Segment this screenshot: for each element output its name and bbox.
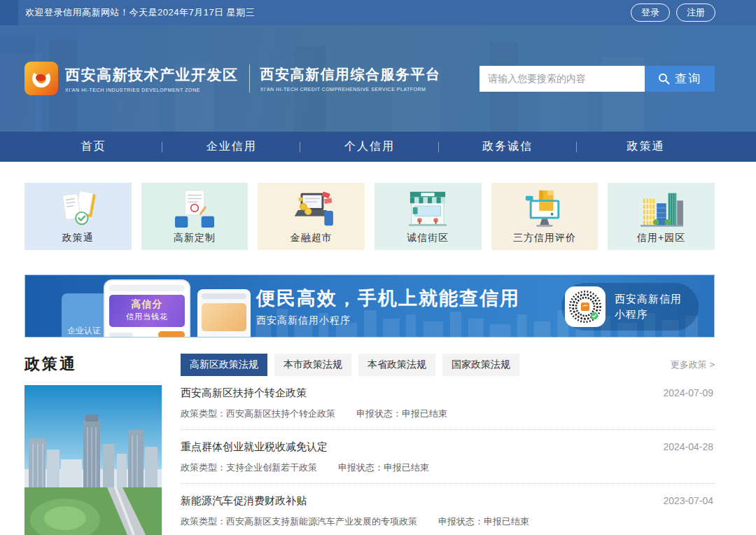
- policy-item[interactable]: 重点群体创业就业税收减免认定 2024-04-28 政策类型：支持企业创新若干政…: [181, 430, 715, 484]
- nav-item-policy[interactable]: 政策通: [577, 132, 715, 162]
- signing-icon: [170, 189, 219, 230]
- policy-status-value: 申报已结束: [484, 516, 529, 527]
- search-button[interactable]: 查询: [645, 66, 715, 92]
- policy-item-meta: 政策类型：支持企业创新若干政策申报状态：申报已结束: [181, 461, 713, 474]
- qr-label-line2: 小程序: [615, 307, 682, 322]
- banner-subtitle: 西安高新信用小程序: [256, 314, 520, 327]
- phone-mockup-right: [197, 289, 251, 338]
- quick-tiles: 政策通 高新定制: [0, 162, 756, 250]
- tab-national-policies[interactable]: 国家政策法规: [442, 354, 519, 376]
- policy-item-title[interactable]: 西安高新区扶持个转企政策: [181, 387, 307, 400]
- policy-item-date: 2023-07-04: [663, 495, 713, 506]
- policy-item-meta: 政策类型：西安高新区支持新能源汽车产业发展的专项政策申报状态：申报已结束: [181, 515, 713, 528]
- policy-type-value: 西安高新区扶持个转企政策: [226, 408, 335, 419]
- phone-placeholder-text: [109, 333, 133, 337]
- tile-label: 信用+园区: [637, 232, 685, 244]
- phone-orange-button: [158, 331, 185, 338]
- phone-left-label: 企业认证: [67, 325, 101, 337]
- policy-docs-icon: [53, 189, 102, 230]
- platform-name-en: XI'AN HI-TECH CREDIT COMPREHENSIVE SERVI…: [260, 87, 441, 92]
- tile-integrity-street[interactable]: 诚信街区: [374, 183, 482, 250]
- nav-item-home[interactable]: 首页: [24, 132, 162, 162]
- platform-name: 西安高新信用综合服务平台: [260, 65, 441, 84]
- phone-content-row: [109, 331, 185, 338]
- policy-type-label: 政策类型：: [181, 516, 226, 527]
- phone-search-bar: [109, 285, 185, 291]
- phone-mockup-center: 高信分 信用当钱花: [104, 279, 190, 338]
- policy-status-label: 申报状态：: [438, 516, 484, 527]
- tile-credit-park[interactable]: 信用+园区: [608, 183, 715, 250]
- tile-label: 金融超市: [290, 232, 332, 244]
- tile-custom-service[interactable]: 高新定制: [141, 183, 248, 250]
- platform-brand: 西安高新信用综合服务平台 XI'AN HI-TECH CREDIT COMPRE…: [260, 65, 441, 92]
- header-divider: [249, 64, 250, 92]
- tile-label: 三方信用评价: [513, 232, 576, 244]
- nav-item-government-integrity[interactable]: 政务诚信: [439, 132, 577, 162]
- policy-item[interactable]: 新能源汽车促消费财政补贴 2023-07-04 政策类型：西安高新区支持新能源汽…: [181, 484, 715, 535]
- search-button-label: 查询: [675, 71, 701, 87]
- policy-section: 政策通: [0, 338, 756, 535]
- org-name-en: XI'AN HI-TECH INDUSTRIES DEVELOPMENT ZON…: [65, 88, 239, 92]
- more-policies-link[interactable]: 更多政策 >: [671, 359, 715, 371]
- miniprogram-banner[interactable]: 企业认证 高信分 信用当钱花 便民高效，手机上就能查信用 西安高新信用小程序: [24, 275, 715, 338]
- search-icon: [658, 73, 670, 85]
- policy-item-date: 2024-07-09: [663, 387, 713, 398]
- tab-hitech-zone-policies[interactable]: 高新区政策法规: [181, 354, 267, 376]
- policy-type-label: 政策类型：: [181, 462, 226, 473]
- header-inner: 西安高新技术产业开发区 XI'AN HI-TECH INDUSTRIES DEV…: [0, 25, 756, 132]
- buildings-icon: [637, 189, 686, 230]
- register-button[interactable]: 注册: [676, 4, 715, 22]
- top-bar: 欢迎登录信用高新网站！今天是2024年7月17日 星期三 登录 注册: [0, 0, 756, 25]
- tile-label: 政策通: [62, 232, 94, 244]
- hitech-zone-logo: [24, 62, 58, 95]
- policy-type-label: 政策类型：: [181, 408, 226, 419]
- policy-section-heading: 政策通: [24, 354, 162, 375]
- policy-item[interactable]: 西安高新区扶持个转企政策 2024-07-09 政策类型：西安高新区扶持个转企政…: [181, 376, 715, 430]
- tile-finance-market[interactable]: 金融超市: [258, 183, 365, 250]
- policy-item-title[interactable]: 新能源汽车促消费财政补贴: [181, 494, 307, 508]
- tile-policy[interactable]: 政策通: [24, 183, 132, 250]
- banner-text: 便民高效，手机上就能查信用 西安高新信用小程序: [256, 286, 520, 327]
- search-box: 查询: [479, 66, 715, 92]
- qr-code-panel: 西安高新信用 小程序: [561, 283, 699, 331]
- policy-status-value: 申报已结束: [384, 462, 429, 473]
- qr-label-line1: 西安高新信用: [615, 291, 682, 307]
- phone-ad-banner: 高信分 信用当钱花: [109, 295, 185, 327]
- policy-type-value: 西安高新区支持新能源汽车产业发展的专项政策: [226, 516, 417, 527]
- finance-laptop-icon: [287, 189, 336, 230]
- storefront-icon: [403, 189, 452, 230]
- nav-item-personal-credit[interactable]: 个人信用: [300, 132, 438, 162]
- org-brand: 西安高新技术产业开发区 XI'AN HI-TECH INDUSTRIES DEV…: [65, 65, 239, 92]
- phone-right-header: [202, 293, 246, 299]
- welcome-text: 欢迎登录信用高新网站！今天是2024年7月17日 星期三: [25, 6, 255, 19]
- tab-city-policies[interactable]: 本市政策法规: [274, 354, 351, 376]
- qr-label: 西安高新信用 小程序: [615, 291, 682, 322]
- policy-item-date: 2024-04-28: [663, 441, 713, 452]
- qr-code: [565, 286, 606, 327]
- tile-label: 高新定制: [174, 232, 216, 244]
- search-input[interactable]: [479, 66, 645, 92]
- tile-label: 诚信街区: [407, 232, 449, 244]
- policy-status-label: 申报状态：: [356, 408, 402, 419]
- policy-status-label: 申报状态：: [338, 462, 384, 473]
- city-aerial-photo: [24, 385, 162, 535]
- banner-title: 便民高效，手机上就能查信用: [256, 286, 520, 311]
- login-button[interactable]: 登录: [631, 4, 670, 22]
- site-header: 西安高新技术产业开发区 XI'AN HI-TECH INDUSTRIES DEV…: [0, 25, 756, 132]
- policy-item-meta: 政策类型：西安高新区扶持个转企政策申报状态：申报已结束: [181, 408, 713, 420]
- tab-province-policies[interactable]: 本省政策法规: [358, 354, 435, 376]
- phone-right-image: [202, 303, 246, 331]
- policy-left-column: 政策通: [24, 354, 162, 535]
- org-name: 西安高新技术产业开发区: [65, 65, 239, 85]
- nav-item-enterprise-credit[interactable]: 企业信用: [162, 132, 300, 162]
- topbar-corner-decoration: [0, 0, 18, 25]
- main-nav: 首页 企业信用 个人信用 政务诚信 政策通: [0, 132, 756, 162]
- monitor-book-icon: [520, 189, 569, 230]
- logo-e-swoosh-icon: [27, 64, 55, 92]
- tile-third-party-rating[interactable]: 三方信用评价: [491, 183, 598, 250]
- auth-actions: 登录 注册: [631, 4, 715, 22]
- policy-status-value: 申报已结束: [402, 408, 447, 419]
- policy-tabs: 高新区政策法规 本市政策法规 本省政策法规 国家政策法规 更多政策 >: [181, 354, 715, 376]
- policy-item-title[interactable]: 重点群体创业就业税收减免认定: [181, 440, 328, 454]
- policy-right-column: 高新区政策法规 本市政策法规 本省政策法规 国家政策法规 更多政策 > 西安高新…: [181, 354, 715, 535]
